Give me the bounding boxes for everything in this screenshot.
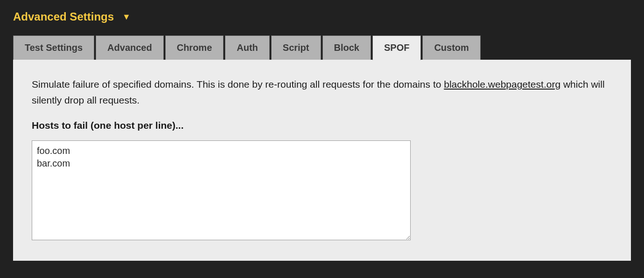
tab-chrome[interactable]: Chrome [165, 35, 224, 60]
spof-panel: Simulate failure of specified domains. T… [13, 60, 631, 261]
spof-description: Simulate failure of specified domains. T… [32, 76, 612, 108]
tab-test-settings[interactable]: Test Settings [13, 35, 94, 60]
settings-tabs: Test Settings Advanced Chrome Auth Scrip… [13, 35, 631, 60]
blackhole-link[interactable]: blackhole.webpagetest.org [444, 79, 560, 90]
tab-script[interactable]: Script [271, 35, 321, 60]
spof-desc-text-1: Simulate failure of specified domains. T… [32, 79, 444, 90]
tab-advanced[interactable]: Advanced [96, 35, 164, 60]
section-title: Advanced Settings [13, 10, 114, 23]
advanced-settings-toggle[interactable]: Advanced Settings ▼ [13, 10, 631, 23]
chevron-down-icon: ▼ [122, 12, 131, 22]
tab-custom[interactable]: Custom [422, 35, 480, 60]
hosts-to-fail-label: Hosts to fail (one host per line)... [32, 120, 612, 131]
tab-block[interactable]: Block [322, 35, 371, 60]
tab-spof[interactable]: SPOF [372, 35, 421, 60]
hosts-to-fail-input[interactable] [32, 140, 411, 240]
tab-auth[interactable]: Auth [225, 35, 270, 60]
